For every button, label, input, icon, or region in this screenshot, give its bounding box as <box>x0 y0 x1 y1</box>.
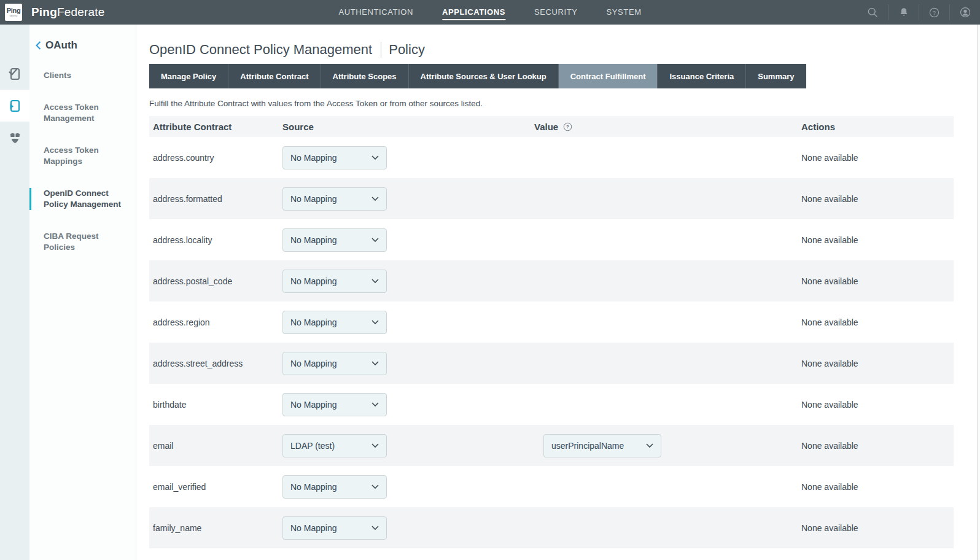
table-row: address.street_address No Mapping None a… <box>149 343 954 384</box>
table-row: birthdate No Mapping None available <box>149 384 954 425</box>
title-divider <box>381 42 381 58</box>
source-dropdown[interactable]: No Mapping <box>282 146 387 169</box>
icon-rail <box>0 25 29 560</box>
table-row: address.region No Mapping None available <box>149 301 954 343</box>
tab-attribute-scopes[interactable]: Attribute Scopes <box>321 64 409 88</box>
table-row: address.locality No Mapping None availab… <box>149 219 954 260</box>
chevron-down-icon <box>371 279 379 284</box>
table-row: email LDAP (test) userPrincipalName None… <box>149 425 954 466</box>
table-header-row: Attribute Contract Source Value ? Action… <box>149 116 954 137</box>
actions-none-available: None available <box>801 523 858 533</box>
source-dropdown[interactable]: No Mapping <box>282 352 387 375</box>
nav-applications[interactable]: APPLICATIONS <box>442 4 505 20</box>
sidebar: OAuth Clients Access Token Management Ac… <box>29 25 136 560</box>
scrollbar-track[interactable] <box>977 25 980 560</box>
chevron-down-icon <box>371 361 379 366</box>
chevron-down-icon <box>371 238 379 243</box>
page-subtitle: Policy <box>389 42 425 58</box>
search-icon[interactable] <box>857 4 888 20</box>
source-dropdown[interactable]: LDAP (test) <box>282 434 387 457</box>
page-title: OpenID Connect Policy Management Policy <box>149 42 980 58</box>
chevron-down-icon <box>371 196 379 201</box>
source-dropdown[interactable]: No Mapping <box>282 270 387 293</box>
sidebar-items: Clients Access Token Management Access T… <box>29 70 136 253</box>
page-title-text: OpenID Connect Policy Management <box>149 42 372 58</box>
tab-contract-fulfillment[interactable]: Contract Fulfillment <box>559 64 658 88</box>
attribute-contract-name: email <box>153 441 173 451</box>
attribute-contract-name: address.country <box>153 153 214 163</box>
table-row: email_verified No Mapping None available <box>149 466 954 507</box>
source-dropdown[interactable]: No Mapping <box>282 475 387 499</box>
clients-icon[interactable] <box>0 58 29 90</box>
tab-manage-policy[interactable]: Manage Policy <box>149 64 228 88</box>
table-body: address.country No Mapping None availabl… <box>149 137 954 548</box>
logo-text: Ping <box>7 7 21 14</box>
value-dropdown[interactable]: userPrincipalName <box>543 434 661 457</box>
source-dropdown[interactable]: No Mapping <box>282 393 387 416</box>
sidebar-item-openid-connect-policy-management[interactable]: OpenID Connect Policy Management <box>29 188 136 210</box>
tab-issuance-criteria[interactable]: Issuance Criteria <box>658 64 746 88</box>
actions-none-available: None available <box>801 359 858 368</box>
header-actions: Actions <box>801 122 954 132</box>
tab-summary[interactable]: Summary <box>746 64 806 88</box>
actions-none-available: None available <box>801 194 858 204</box>
chevron-down-icon <box>371 443 379 448</box>
tab-attribute-contract[interactable]: Attribute Contract <box>228 64 321 88</box>
value-help-icon[interactable]: ? <box>563 122 572 131</box>
tab-attribute-sources-user-lookup[interactable]: Attribute Sources & User Lookup <box>409 64 559 88</box>
source-dropdown[interactable]: No Mapping <box>282 228 387 252</box>
back-oauth-link[interactable]: OAuth <box>29 39 136 52</box>
sidebar-item-ciba-request-policies[interactable]: CIBA Request Policies <box>29 231 136 253</box>
sidebar-item-access-token-management[interactable]: Access Token Management <box>29 102 136 124</box>
user-account-icon[interactable] <box>949 4 980 20</box>
actions-none-available: None available <box>801 441 858 451</box>
table-row: address.country No Mapping None availabl… <box>149 137 954 178</box>
source-dropdown-value: No Mapping <box>290 400 337 410</box>
attribute-contract-name: email_verified <box>153 482 206 492</box>
value-dropdown-value: userPrincipalName <box>551 441 624 451</box>
chevron-down-icon <box>371 320 379 325</box>
chevron-down-icon <box>371 526 379 531</box>
attribute-contract-name: address.formatted <box>153 194 222 204</box>
source-dropdown-value: No Mapping <box>290 523 337 533</box>
header-source: Source <box>282 122 534 132</box>
chevron-down-icon <box>371 484 379 489</box>
actions-none-available: None available <box>801 276 858 286</box>
source-dropdown-value: No Mapping <box>290 359 337 368</box>
page-description: Fulfill the Attribute Contract with valu… <box>149 99 980 108</box>
nav-security[interactable]: SECURITY <box>534 4 578 20</box>
table-row: address.postal_code No Mapping None avai… <box>149 260 954 301</box>
sidebar-item-access-token-mappings[interactable]: Access Token Mappings <box>29 145 136 167</box>
chevron-down-icon <box>646 443 653 448</box>
svg-text:?: ? <box>566 124 569 130</box>
nav-system[interactable]: SYSTEM <box>607 4 642 20</box>
source-dropdown-value: No Mapping <box>290 482 337 492</box>
source-dropdown-value: No Mapping <box>290 194 337 204</box>
chevron-down-icon <box>371 155 379 160</box>
source-dropdown-value: No Mapping <box>290 317 337 327</box>
chevron-down-icon <box>371 402 379 407</box>
source-dropdown[interactable]: No Mapping <box>282 187 387 211</box>
attribute-contract-name: address.postal_code <box>153 276 232 286</box>
attribute-contract-name: address.locality <box>153 235 212 245</box>
help-icon[interactable]: ? <box>919 4 949 20</box>
attribute-contract-name: birthdate <box>153 400 186 410</box>
nav-authentication[interactable]: AUTHENTICATION <box>338 4 413 20</box>
contract-fulfillment-table: Attribute Contract Source Value ? Action… <box>149 116 954 548</box>
access-token-mappings-icon[interactable] <box>0 122 29 154</box>
source-dropdown[interactable]: No Mapping <box>282 311 387 334</box>
ping-identity-logo: Ping Identity <box>5 4 22 21</box>
table-row: family_name No Mapping None available <box>149 507 954 548</box>
source-dropdown[interactable]: No Mapping <box>282 516 387 540</box>
app-title: PingFederate <box>31 6 105 19</box>
source-dropdown-value: LDAP (test) <box>290 441 335 451</box>
source-dropdown-value: No Mapping <box>290 153 337 163</box>
svg-text:?: ? <box>933 9 936 15</box>
attribute-contract-name: family_name <box>153 523 201 533</box>
access-token-management-icon[interactable] <box>0 90 29 122</box>
actions-none-available: None available <box>801 153 858 163</box>
notifications-bell-icon[interactable] <box>888 4 919 20</box>
actions-none-available: None available <box>801 317 858 327</box>
sidebar-item-clients[interactable]: Clients <box>29 70 136 81</box>
table-row: address.formatted No Mapping None availa… <box>149 178 954 219</box>
